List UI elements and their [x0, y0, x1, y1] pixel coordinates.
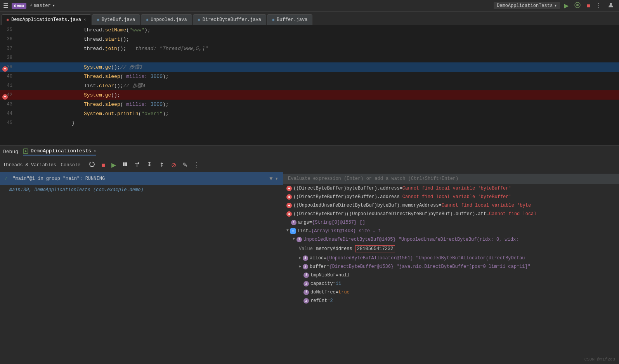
tab-icon-2: ◉	[146, 17, 148, 22]
var-item-args: i args = {String[0]@1557} []	[283, 218, 619, 227]
warn-icon-0: ●	[286, 186, 292, 191]
rerun-button[interactable]	[87, 160, 97, 171]
tab-bytebuf[interactable]: ◉ ByteBuf.java	[92, 14, 140, 25]
frame-file: main:39, DemoApplicationTests (com.examp…	[9, 187, 144, 193]
tab-bar: ◉ DemoApplicationTests.java × ◉ ByteBuf.…	[0, 12, 619, 25]
thread-status: ✓ "main"@1 in group "main": RUNNING	[5, 176, 105, 181]
console-tab[interactable]: Console	[61, 162, 80, 168]
warn-icon-3: ●	[286, 211, 292, 217]
tab-label-2: Unpooled.java	[151, 17, 187, 22]
var-name-buffer: buffer	[310, 264, 326, 269]
var-item-buffer[interactable]: ▶ i buffer = {DirectByteBuffer@1536} "ja…	[283, 262, 619, 271]
tab-label-0: DemoApplicationTests.java	[11, 17, 81, 22]
step-over-icon	[134, 161, 140, 167]
threads-variables-tab[interactable]: Threads & Variables	[3, 162, 56, 168]
thread-item-main[interactable]: ✓ "main"@1 in group "main": RUNNING ▼ ▾	[0, 172, 283, 185]
list-icon: ≡	[290, 228, 296, 234]
var-value-buffer: {DirectByteBuffer@1536} "java.nio.Direct…	[329, 264, 530, 269]
rerun-icon	[89, 161, 95, 167]
line-num-44: 44	[0, 111, 16, 116]
step-over-button[interactable]	[132, 160, 142, 171]
var-name-dnf: doNotFree	[310, 290, 336, 295]
edit-breakpoints-button[interactable]: ✎	[180, 160, 190, 170]
breakpoint-39: ●	[2, 66, 8, 72]
tab-icon-0: ◉	[7, 17, 9, 22]
stop-debug-button[interactable]: ■	[99, 160, 108, 170]
debug-panel: Debug DemoApplicationTests × Threads & V…	[0, 145, 619, 364]
thread-dropdown-icon[interactable]: ▾	[275, 175, 278, 182]
debug-tab-close[interactable]: ×	[94, 149, 96, 154]
code-line-42: ● 42 System.gc();	[0, 90, 619, 100]
var-item-list[interactable]: ▼ ≡ list = {ArrayList@1403} size = 1	[283, 227, 619, 235]
var-eq-0: =	[400, 186, 402, 191]
debug-title[interactable]: Debug	[3, 149, 18, 155]
stop-button[interactable]: ■	[585, 2, 592, 10]
var-value-2: Cannot find local variable 'byte	[442, 203, 531, 208]
step-into-button[interactable]	[144, 160, 155, 171]
expand-list-0-icon[interactable]: ▼	[293, 237, 295, 241]
pause-button[interactable]	[120, 160, 130, 170]
step-into-icon	[146, 161, 153, 167]
svg-rect-5	[125, 162, 127, 166]
run-button[interactable]: ▶	[562, 1, 570, 10]
thread-check-icon: ✓	[5, 176, 7, 181]
var-item-3: ● ((DirectByteBuffer)((UnpooledUnsafeDir…	[283, 210, 619, 218]
var-item-alloc[interactable]: ▶ i alloc = {UnpooledByteBufAllocator@15…	[283, 254, 619, 262]
i-icon-alloc: i	[303, 255, 308, 261]
expand-alloc-icon[interactable]: ▶	[299, 255, 301, 260]
variables-panel: ● ((DirectByteBuffer)byteBuffer).address…	[283, 172, 619, 364]
var-value-1: Cannot find local variable 'byteBuffer'	[402, 194, 511, 200]
account-button[interactable]	[606, 1, 616, 11]
debug-button[interactable]	[572, 1, 583, 11]
tab-directbytebuffer[interactable]: ◉ DirectByteBuffer.java	[193, 14, 266, 25]
run-config-selector[interactable]: DemoApplicationTests ▾	[494, 2, 560, 9]
line-num-35: 35	[0, 27, 16, 33]
debug-tab-active[interactable]: DemoApplicationTests ×	[23, 148, 96, 155]
demo-badge[interactable]: demo	[12, 3, 26, 9]
run-config-label: DemoApplicationTests	[497, 3, 553, 9]
pause-icon	[122, 162, 128, 167]
var-item-capacity: i capacity = 11	[283, 279, 619, 288]
expand-buffer-icon[interactable]: ▶	[299, 264, 301, 269]
i-icon-ref: i	[303, 298, 309, 304]
var-name-alloc: alloc	[310, 255, 324, 261]
i-icon-dnf: i	[303, 290, 309, 295]
more-options-button[interactable]: ⋮	[594, 1, 603, 10]
frame-item-main[interactable]: main:39, DemoApplicationTests (com.examp…	[0, 185, 283, 195]
var-item-list-0[interactable]: ▼ i UnpooledUnsafeDirectByteBuf@1405} "U…	[283, 235, 619, 244]
tab-icon-4: ◉	[272, 17, 274, 22]
tab-buffer[interactable]: ◉ Buffer.java	[267, 14, 312, 25]
branch-name: master	[34, 3, 50, 9]
tab-icon-1: ◉	[97, 17, 99, 22]
branch-selector[interactable]: ⑂ master ▾	[29, 3, 55, 9]
var-item-donotfree: i doNotFree = true	[283, 288, 619, 297]
branch-icon: ⑂	[29, 3, 32, 9]
resume-button[interactable]: ▶	[109, 160, 118, 170]
tab-close-0[interactable]: ×	[83, 17, 86, 22]
var-item-0: ● ((DirectByteBuffer)byteBuffer).address…	[283, 184, 619, 193]
var-eq-2: =	[439, 203, 441, 208]
var-name-0: ((DirectByteBuffer)byteBuffer).address	[293, 186, 400, 191]
var-name-args: args	[298, 220, 309, 225]
hamburger-icon[interactable]: ☰	[3, 2, 9, 10]
debug-header: Debug DemoApplicationTests ×	[0, 146, 619, 158]
top-bar: ☰ demo ⑂ master ▾ DemoApplicationTests ▾…	[0, 0, 619, 12]
debug-more-button[interactable]: ⋮	[191, 160, 202, 170]
var-eq-buffer: =	[326, 264, 329, 269]
filter-icon[interactable]: ▼	[269, 176, 272, 182]
expression-input[interactable]	[283, 174, 619, 184]
tab-icon-3: ◉	[198, 17, 200, 22]
expand-list-icon[interactable]: ▼	[286, 228, 289, 233]
tab-demoapplicationtests[interactable]: ◉ DemoApplicationTests.java ×	[2, 14, 91, 25]
step-out-button[interactable]	[156, 160, 167, 171]
mute-breakpoints-button[interactable]: ⊘	[169, 160, 179, 170]
code-line-37: 37 thread.join(); thread: "Thread[www,5,…	[0, 44, 619, 53]
var-name-ref: refCnt	[310, 298, 327, 304]
var-value-alloc: {UnpooledByteBufAllocator@1561} "Unpoole…	[326, 255, 525, 261]
watermark: CSDN @m1f2e3	[584, 357, 615, 362]
tab-unpooled[interactable]: ◉ Unpooled.java	[141, 14, 192, 25]
var-item-2: ● ((UnpooledUnsafeDirectByteBuf)byteBuf)…	[283, 201, 619, 210]
var-value-tmp: null	[338, 273, 350, 278]
var-value-cap: 11	[336, 281, 341, 286]
debug-run-icon	[23, 148, 28, 154]
